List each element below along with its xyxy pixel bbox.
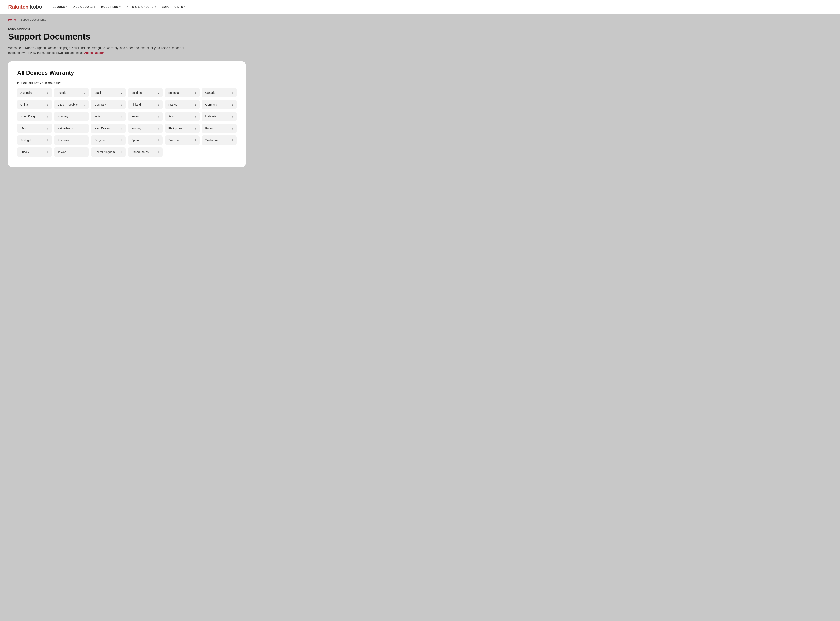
nav-item-super-points[interactable]: SUPER POINTS▾ (159, 4, 188, 10)
nav-item-audiobooks[interactable]: AUDIOBOOKS▾ (71, 4, 98, 10)
download-icon: ↓ (232, 103, 233, 106)
breadcrumb: Home | Support Documents (0, 14, 840, 26)
breadcrumb-home-link[interactable]: Home (8, 18, 16, 21)
country-name: Czech Republic (58, 103, 77, 106)
country-button-sweden[interactable]: Sweden↓ (165, 135, 200, 145)
download-icon: ↓ (121, 115, 123, 118)
country-button-new-zealand[interactable]: New Zealand↓ (91, 124, 126, 133)
country-grid: Australia↓Austria↓Brazil∨Belgium∨Bulgari… (17, 88, 236, 157)
adobe-reader-link[interactable]: Adobe Reader. (84, 51, 104, 55)
country-button-netherlands[interactable]: Netherlands↓ (54, 124, 89, 133)
download-icon: ↓ (195, 126, 196, 130)
country-name: France (168, 103, 177, 106)
country-button-malaysia[interactable]: Malaysia↓ (202, 112, 236, 121)
download-icon: ↓ (158, 150, 159, 154)
country-button-poland[interactable]: Poland↓ (202, 124, 236, 133)
chevron-down-icon: ▾ (66, 6, 67, 8)
country-button-finland[interactable]: Finland↓ (128, 100, 163, 109)
country-button-taiwan[interactable]: Taiwan↓ (54, 147, 89, 157)
logo-text: Rakuten kobo (8, 4, 42, 10)
country-button-portugal[interactable]: Portugal↓ (17, 135, 52, 145)
country-button-denmark[interactable]: Denmark↓ (91, 100, 126, 109)
nav-item-kobo-plus[interactable]: KOBO PLUS▾ (99, 4, 123, 10)
country-button-india[interactable]: India↓ (91, 112, 126, 121)
chevron-down-icon: ▾ (184, 6, 185, 8)
country-button-ireland[interactable]: Ireland↓ (128, 112, 163, 121)
download-icon: ↓ (195, 103, 196, 106)
download-icon: ↓ (232, 138, 233, 142)
country-name: Belgium (132, 91, 142, 94)
nav-label: eBOOKS (53, 5, 65, 8)
country-name: Spain (132, 139, 139, 142)
chevron-down-icon: ∨ (120, 91, 123, 94)
country-button-brazil[interactable]: Brazil∨ (91, 88, 126, 97)
country-button-australia[interactable]: Australia↓ (17, 88, 52, 97)
country-button-canada[interactable]: Canada∨ (202, 88, 236, 97)
nav-item-ebooks[interactable]: eBOOKS▾ (50, 4, 70, 10)
country-button-bulgaria[interactable]: Bulgaria↓ (165, 88, 200, 97)
download-icon: ↓ (47, 115, 48, 118)
country-button-austria[interactable]: Austria↓ (54, 88, 89, 97)
country-name: Australia (20, 91, 32, 94)
logo[interactable]: Rakuten kobo (8, 4, 42, 10)
country-button-switzerland[interactable]: Switzerland↓ (202, 135, 236, 145)
download-icon: ↓ (158, 115, 159, 118)
country-name: Bulgaria (168, 91, 179, 94)
country-button-germany[interactable]: Germany↓ (202, 100, 236, 109)
country-button-turkey[interactable]: Turkey↓ (17, 147, 52, 157)
country-name: Mexico (20, 127, 29, 130)
download-icon: ↓ (121, 126, 123, 130)
country-name: Singapore (94, 139, 107, 142)
country-button-hong-kong[interactable]: Hong Kong↓ (17, 112, 52, 121)
country-button-china[interactable]: China↓ (17, 100, 52, 109)
download-icon: ↓ (84, 91, 85, 95)
country-button-italy[interactable]: Italy↓ (165, 112, 200, 121)
download-icon: ↓ (158, 103, 159, 106)
country-name: Portugal (20, 139, 31, 142)
nav-item-apps---ereaders[interactable]: APPS & eREADERS▾ (124, 4, 158, 10)
country-name: New Zealand (94, 127, 111, 130)
country-name: India (94, 115, 100, 118)
site-header: Rakuten kobo eBOOKS▾AUDIOBOOKS▾KOBO PLUS… (0, 0, 840, 14)
chevron-down-icon: ▾ (155, 6, 156, 8)
download-icon: ↓ (195, 138, 196, 142)
country-button-france[interactable]: France↓ (165, 100, 200, 109)
download-icon: ↓ (47, 103, 48, 106)
nav-label: KOBO PLUS (101, 5, 118, 8)
country-name: Poland (205, 127, 214, 130)
country-select-label: PLEASE SELECT YOUR COUNTRY: (17, 82, 236, 84)
country-button-philippines[interactable]: Philippines↓ (165, 124, 200, 133)
download-icon: ↓ (47, 91, 48, 95)
download-icon: ↓ (84, 103, 85, 106)
download-icon: ↓ (232, 126, 233, 130)
country-name: Malaysia (205, 115, 216, 118)
download-icon: ↓ (84, 126, 85, 130)
country-button-czech-republic[interactable]: Czech Republic↓ (54, 100, 89, 109)
main-content: KOBO SUPPORT Support Documents Welcome t… (0, 26, 840, 179)
download-icon: ↓ (121, 150, 123, 154)
country-button-belgium[interactable]: Belgium∨ (128, 88, 163, 97)
country-name: Austria (58, 91, 67, 94)
country-button-hungary[interactable]: Hungary↓ (54, 112, 89, 121)
main-nav: eBOOKS▾AUDIOBOOKS▾KOBO PLUS▾APPS & eREAD… (50, 4, 832, 10)
download-icon: ↓ (121, 138, 123, 142)
country-button-norway[interactable]: Norway↓ (128, 124, 163, 133)
download-icon: ↓ (84, 115, 85, 118)
country-button-mexico[interactable]: Mexico↓ (17, 124, 52, 133)
download-icon: ↓ (158, 138, 159, 142)
country-name: Germany (205, 103, 217, 106)
country-button-singapore[interactable]: Singapore↓ (91, 135, 126, 145)
chevron-down-icon: ∨ (231, 91, 233, 94)
country-name: Hungary (58, 115, 68, 118)
country-name: Finland (132, 103, 141, 106)
country-button-united-kingdom[interactable]: United Kingdom↓ (91, 147, 126, 157)
country-button-romania[interactable]: Romania↓ (54, 135, 89, 145)
country-name: Romania (58, 139, 69, 142)
download-icon: ↓ (158, 126, 159, 130)
country-name: Norway (132, 127, 141, 130)
nav-label: SUPER POINTS (162, 5, 183, 8)
country-button-spain[interactable]: Spain↓ (128, 135, 163, 145)
country-button-united-states[interactable]: United States↓ (128, 147, 163, 157)
download-icon: ↓ (232, 115, 233, 118)
warranty-card: All Devices Warranty PLEASE SELECT YOUR … (8, 61, 245, 167)
